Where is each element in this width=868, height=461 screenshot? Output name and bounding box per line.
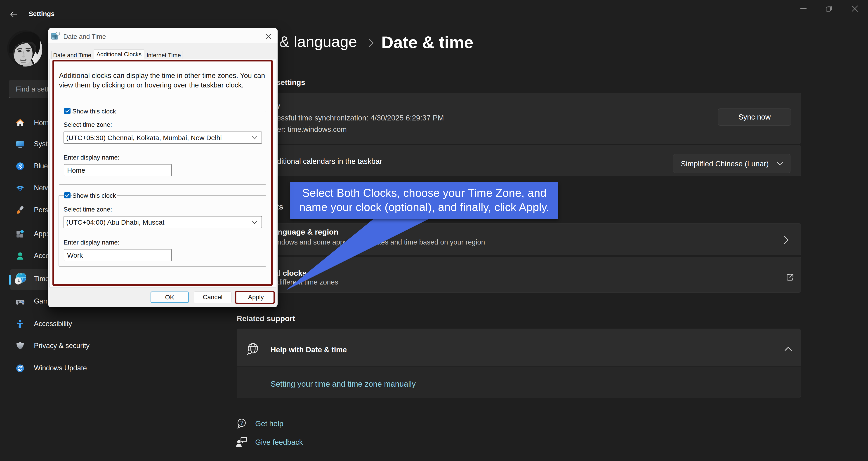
- svg-text:?: ?: [240, 420, 243, 426]
